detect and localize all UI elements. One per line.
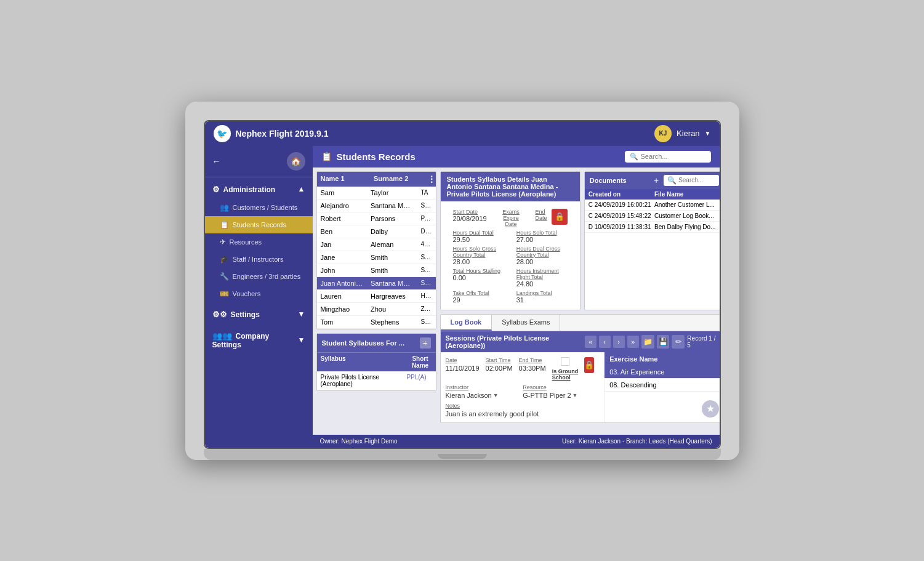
student-abbr: SA... <box>417 200 436 212</box>
sidebar-item-staff[interactable]: 🎓 Staff / Instructors <box>205 251 313 268</box>
table-row[interactable]: Robert Parsons PA... <box>317 212 436 225</box>
stat-value: 28.00 <box>453 258 504 265</box>
stat-label: Hours Solo Total <box>516 230 568 236</box>
table-row[interactable]: Lauren Hargreaves HA... <box>317 290 436 303</box>
doc-created: C 24/09/2019 16:00:21 <box>589 201 654 208</box>
resource-dropdown[interactable]: G-PTTB Piper 2 ▼ <box>523 392 594 399</box>
stat-instrument: Hours Instrument Flight Total 24.80 <box>516 268 568 288</box>
sidebar-item-resources[interactable]: ✈ Resources <box>205 233 313 251</box>
end-time-label: End Time <box>519 357 546 363</box>
sidebar-item-students-records[interactable]: 📋 Students Records <box>205 216 313 233</box>
table-row[interactable]: Ben Dalby DA... <box>317 225 436 238</box>
student-surname: Santana Medina <box>367 200 417 212</box>
table-row[interactable]: Juan Antonio Sant... Santana Medina SA..… <box>317 277 436 290</box>
search-input[interactable] <box>641 153 702 160</box>
student-name: Juan Antonio Sant... <box>317 277 368 289</box>
customers-icon: 👥 <box>220 203 229 212</box>
add-document-button[interactable]: + <box>654 176 659 185</box>
student-abbr: TA <box>417 187 436 199</box>
doc-search-input[interactable] <box>678 177 715 184</box>
table-row[interactable]: Alejandro Santana Medina SA... <box>317 200 436 212</box>
nav-next-button[interactable]: › <box>613 336 625 348</box>
back-arrow-icon[interactable]: ← <box>212 156 221 166</box>
doc-filename: Another Customer L... <box>654 201 720 208</box>
table-row[interactable]: Sam Taylor TA <box>317 187 436 200</box>
exercises-header: Exercise Name <box>605 352 719 366</box>
instructor-value: Kieran Jackson <box>446 392 492 399</box>
home-icon[interactable]: 🏠 <box>287 152 305 171</box>
footer-owner: Owner: Nephex Flight Demo <box>320 438 398 445</box>
nav-save-button[interactable]: 💾 <box>657 335 670 349</box>
main-layout: ← 🏠 ⚙Administration ▲ 👥 Customers / Stud… <box>205 146 720 448</box>
user-chevron-icon[interactable]: ▼ <box>705 130 711 137</box>
right-panel: Students Syllabus Details Juan Antonio S… <box>440 171 720 431</box>
sidebar-item-engineers[interactable]: 🔧 Engineers / 3rd parties <box>205 268 313 285</box>
administration-header[interactable]: ⚙Administration ▲ <box>205 180 313 199</box>
col-more-header[interactable]: ⋮ <box>424 172 436 187</box>
nav-open-button[interactable]: 📁 <box>641 335 654 349</box>
stat-label: Hours Dual Total <box>453 230 504 236</box>
table-row[interactable]: Tom Stephens ST... <box>317 316 436 329</box>
student-name: John <box>317 264 368 276</box>
content-header: 📋 Students Records 🔍 <box>313 146 720 167</box>
end-date-group: End Date <box>536 209 552 227</box>
sidebar-item-customers[interactable]: 👥 Customers / Students <box>205 199 313 216</box>
notes-text: Juan is an extremely good pilot <box>446 410 595 418</box>
doc-search-box[interactable]: 🔍 <box>664 175 719 186</box>
exams-expire-group: Exams Expire Date <box>499 209 523 227</box>
student-name: Mingzhao <box>317 303 368 315</box>
session-fields-row: Date 11/10/2019 Start Time 02:00PM <box>446 357 595 381</box>
list-item[interactable]: C 24/09/2019 15:48:22 Customer Log Book.… <box>585 211 720 222</box>
company-settings-header[interactable]: 👥👥Company Settings ▼ <box>205 326 313 354</box>
nav-prev-button[interactable]: ‹ <box>599 336 611 348</box>
engineers-icon: 🔧 <box>220 272 229 281</box>
settings-header[interactable]: ⚙⚙Settings ▼ <box>205 305 313 324</box>
stat-landings: Landings Total 31 <box>516 290 568 304</box>
instructor-dropdown[interactable]: Kieran Jackson ▼ <box>446 392 517 399</box>
add-syllabus-button[interactable]: + <box>420 337 431 349</box>
table-row[interactable]: Jane Smith S... <box>317 251 436 264</box>
nav-first-button[interactable]: « <box>585 336 597 348</box>
search-box[interactable]: 🔍 <box>625 151 711 163</box>
session-lock-button[interactable]: 🔒 <box>584 357 594 373</box>
lock-button[interactable]: 🔒 <box>552 209 568 225</box>
details-top-row: Start Date 20/08/2019 Exams Expire Date <box>447 205 574 227</box>
resources-icon: ✈ <box>220 238 226 246</box>
student-name: Ben <box>317 225 368 238</box>
end-date-label: End Date <box>536 209 552 221</box>
documents-header: Documents + 🔍 <box>585 172 720 189</box>
tab-logbook[interactable]: Log Book <box>441 315 492 331</box>
exams-expire-label: Exams Expire <box>499 209 523 221</box>
syllabi-title: Student Syllabuses For ... <box>322 339 404 347</box>
table-row[interactable]: Mingzhao Zhou ZH... <box>317 303 436 316</box>
nav-last-button[interactable]: » <box>627 336 639 348</box>
tab-syllabus-exams[interactable]: Syllabus Exams <box>492 315 560 331</box>
ground-school-checkbox[interactable] <box>561 357 569 366</box>
doc-filename: Customer Log Book... <box>654 212 720 219</box>
settings-collapse-icon: ▼ <box>298 310 305 318</box>
student-abbr: DA... <box>417 225 436 238</box>
page-title: Students Records <box>337 151 416 162</box>
list-item[interactable]: 08. Descending <box>605 379 719 392</box>
admin-gear-icon: ⚙ <box>212 185 220 194</box>
list-item[interactable]: Private Pilots License (Aeroplane) PPL(A… <box>317 371 436 390</box>
session-start-time-field: Start Time 02:00PM <box>486 357 513 372</box>
table-row[interactable]: Jan Aleman 42... <box>317 238 436 251</box>
star-button[interactable]: ★ <box>702 400 719 418</box>
table-row[interactable]: John Smith S... <box>317 264 436 277</box>
student-abbr: 42... <box>417 238 436 251</box>
nav-edit-button[interactable]: ✏ <box>672 335 685 349</box>
sidebar-item-vouchers[interactable]: 🎫 Vouchers <box>205 285 313 302</box>
student-surname: Smith <box>367 251 417 264</box>
stat-value: 31 <box>516 296 568 304</box>
list-item[interactable]: 03. Air Experience <box>605 366 719 379</box>
student-abbr: SA... <box>417 277 436 289</box>
student-abbr: ZH... <box>417 303 436 315</box>
list-item[interactable]: C 24/09/2019 16:00:21 Another Customer L… <box>585 200 720 211</box>
top-bar: 🐦 Nephex Flight 2019.9.1 KJ Kieran ▼ <box>205 121 720 146</box>
record-info: Record 1 / 5 <box>687 335 719 349</box>
student-surname: Stephens <box>367 316 417 328</box>
user-name: Kieran <box>677 129 700 138</box>
dates-section: Start Date 20/08/2019 Exams Expire Date <box>453 209 552 227</box>
list-item[interactable]: D 10/09/2019 11:38:31 Ben Dalby Flying D… <box>585 222 720 233</box>
